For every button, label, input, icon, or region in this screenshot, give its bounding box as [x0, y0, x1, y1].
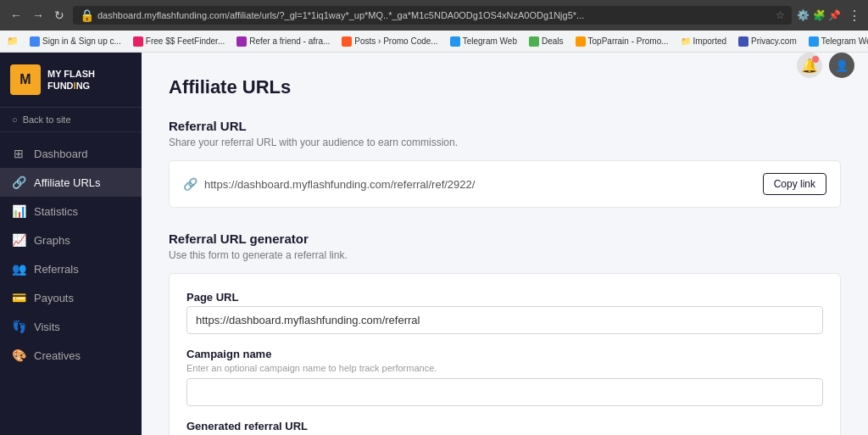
extensions-icon: ⚙️ 🧩 📌	[797, 9, 841, 21]
bookmark-posts[interactable]: Posts › Promo Code...	[337, 35, 442, 48]
address-bar[interactable]: 🔒 dashboard.myflashfunding.com/affiliate…	[73, 6, 792, 25]
bookmark-signin[interactable]: Sign in & Sign up c...	[25, 35, 125, 48]
generator-card: Page URL Campaign name Enter an optional…	[169, 273, 841, 435]
page-url-field-group: Page URL	[186, 291, 823, 334]
back-icon: ○	[12, 114, 18, 125]
bookmark-favicon	[133, 36, 143, 47]
notification-dot	[812, 56, 819, 63]
creatives-icon: 🎨	[12, 349, 25, 362]
bookmark-favicon	[738, 36, 748, 47]
browser-menu-icon[interactable]: ⋮	[848, 8, 861, 24]
referral-url-header: Referral URL Share your referral URL wit…	[169, 119, 841, 148]
sidebar: M MY FLASH FUNDING ○ Back to site ⊞ Dash…	[0, 53, 142, 435]
referral-url-section: Referral URL Share your referral URL wit…	[169, 119, 841, 208]
generator-title: Referral URL generator	[169, 231, 841, 246]
visits-icon: 👣	[12, 320, 25, 333]
referral-url-description: Share your referral URL with your audien…	[169, 137, 841, 148]
campaign-name-field-group: Campaign name Enter an optional campaign…	[186, 348, 823, 406]
bookmark-star-icon[interactable]: ☆	[776, 9, 785, 21]
folder-icon: 📁	[681, 36, 691, 46]
bookmark-favicon	[236, 36, 247, 47]
main-content: 🔔 👤 Affiliate URLs Referral URL Share yo…	[142, 53, 868, 435]
sidebar-item-payouts[interactable]: 💳 Payouts	[0, 283, 142, 312]
graphs-icon: 📈	[12, 233, 25, 247]
secure-icon: 🔒	[80, 8, 94, 22]
bookmark-favicon	[30, 36, 40, 47]
logo-area: M MY FLASH FUNDING	[0, 53, 142, 108]
logo-text: MY FLASH FUNDING	[47, 68, 95, 92]
sidebar-item-statistics[interactable]: 📊 Statistics	[0, 197, 142, 226]
bookmark-topparrain[interactable]: TopParrain - Promo...	[571, 35, 673, 48]
referral-url-title: Referral URL	[169, 119, 841, 133]
logo-line1: MY FLASH	[47, 68, 95, 80]
browser-extensions: ⚙️ 🧩 📌 ⋮	[797, 8, 861, 24]
page-title: Affiliate URLs	[169, 76, 841, 98]
logo-icon: M	[10, 64, 41, 95]
app-header-actions: 🔔 👤	[797, 53, 854, 78]
bookmark-imported[interactable]: 📁 Imported	[676, 35, 731, 47]
browser-chrome: ← → ↻ 🔒 dashboard.myflashfunding.com/aff…	[0, 0, 868, 31]
statistics-icon: 📊	[12, 204, 25, 218]
referral-url-card: 🔗 https://dashboard.myflashfunding.com/r…	[169, 160, 841, 208]
url-generator-section: Referral URL generator Use this form to …	[169, 231, 841, 435]
payouts-icon: 💳	[12, 291, 25, 304]
page-url-input[interactable]	[186, 306, 823, 334]
referral-url-display: 🔗 https://dashboard.myflashfunding.com/r…	[183, 177, 475, 191]
generator-description: Use this form to generate a referral lin…	[169, 249, 841, 261]
bookmark-favicon	[529, 36, 539, 47]
sidebar-item-affiliate-urls[interactable]: 🔗 Affiliate URLs	[0, 168, 142, 197]
generated-url-section: Generated referral URL Share this URL wi…	[186, 420, 823, 435]
user-avatar[interactable]: 👤	[829, 53, 854, 78]
forward-button[interactable]: →	[29, 7, 47, 24]
back-button[interactable]: ←	[7, 7, 25, 24]
bookmark-favicon	[450, 36, 460, 47]
browser-nav-buttons: ← → ↻	[7, 7, 68, 24]
notification-bell[interactable]: 🔔	[797, 53, 822, 78]
logo-line2: FUNDING	[47, 80, 95, 92]
campaign-name-input[interactable]	[186, 378, 823, 406]
bookmark-deals[interactable]: Deals	[525, 35, 568, 48]
bookmark-favicon	[809, 36, 819, 47]
logo-highlight: I	[74, 81, 76, 91]
referrals-icon: 👥	[12, 262, 25, 276]
bookmark-telegram[interactable]: Telegram Web	[446, 35, 521, 48]
generator-header: Referral URL generator Use this form to …	[169, 231, 841, 261]
app-container: M MY FLASH FUNDING ○ Back to site ⊞ Dash…	[0, 53, 868, 435]
campaign-name-label: Campaign name	[186, 348, 823, 360]
referral-url-text: https://dashboard.myflashfunding.com/ref…	[204, 178, 475, 191]
refresh-button[interactable]: ↻	[51, 7, 68, 24]
campaign-name-hint: Enter an optional campaign name to help …	[186, 363, 823, 373]
sidebar-item-referrals[interactable]: 👥 Referrals	[0, 254, 142, 283]
bookmark-favicon	[576, 36, 586, 47]
sidebar-item-creatives[interactable]: 🎨 Creatives	[0, 341, 142, 370]
dashboard-icon: ⊞	[12, 147, 25, 160]
sidebar-item-dashboard[interactable]: ⊞ Dashboard	[0, 139, 142, 168]
bookmarks-bar: 📁 Sign in & Sign up c... Free $$ FeetFin…	[0, 31, 868, 53]
bookmark-favicon	[342, 36, 352, 47]
copy-referral-url-button[interactable]: Copy link	[763, 173, 826, 195]
sidebar-item-graphs[interactable]: 📈 Graphs	[0, 226, 142, 254]
back-to-site-link[interactable]: ○ Back to site	[0, 108, 142, 132]
affiliate-urls-icon: 🔗	[12, 176, 25, 189]
bookmark-refer[interactable]: Refer a friend - afra...	[232, 35, 334, 48]
bookmark-telegram2[interactable]: Telegram Web	[804, 35, 868, 48]
link-icon: 🔗	[183, 177, 198, 191]
sidebar-nav: ⊞ Dashboard 🔗 Affiliate URLs 📊 Statistic…	[0, 132, 142, 435]
bookmark-feetfinder[interactable]: Free $$ FeetFinder...	[129, 35, 229, 48]
bookmark-privacy[interactable]: Privacy.com	[734, 35, 801, 48]
page-url-label: Page URL	[186, 291, 823, 304]
sidebar-item-visits[interactable]: 👣 Visits	[0, 312, 142, 341]
url-text: dashboard.myflashfunding.com/affiliate/u…	[97, 10, 772, 20]
generated-url-label: Generated referral URL	[186, 420, 823, 432]
bookmarks-label: 📁	[7, 36, 19, 47]
